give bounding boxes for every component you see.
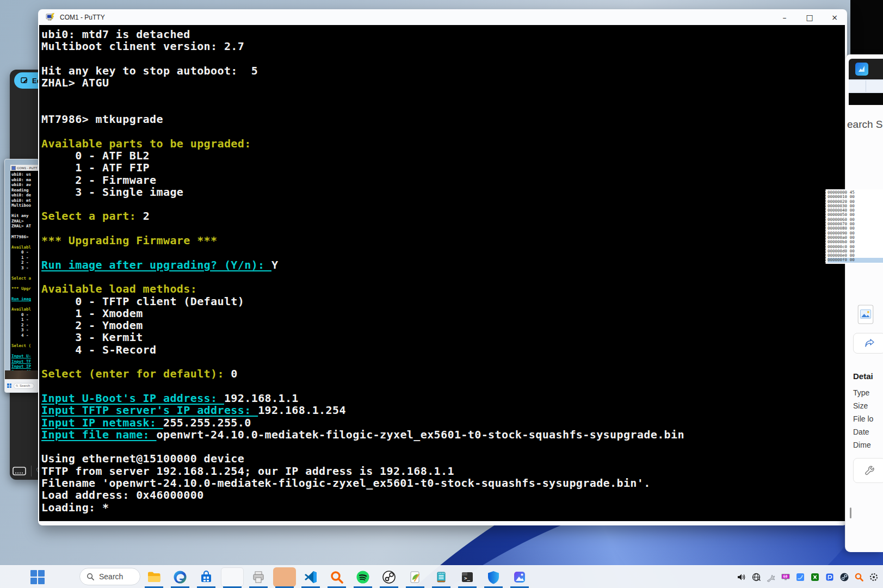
photo-editor-app-icon bbox=[855, 63, 868, 76]
maximize-button[interactable]: □ bbox=[797, 9, 822, 25]
search-placeholder: Search bbox=[99, 572, 123, 581]
jet-cursor-icon[interactable] bbox=[766, 572, 776, 582]
taskbar-file-explorer[interactable] bbox=[146, 567, 162, 587]
minimize-button[interactable]: – bbox=[772, 9, 797, 25]
xbox-icon[interactable] bbox=[810, 572, 820, 582]
photos-details-panel: earch Sc 00000000 4500000010 0000000020 … bbox=[845, 54, 883, 552]
terminal-line: Loading: * bbox=[41, 502, 845, 513]
scrollbar-thumb[interactable] bbox=[850, 507, 851, 518]
system-tray: 60 bbox=[737, 566, 879, 588]
terminal-line bbox=[41, 222, 845, 234]
details-row-date: Date bbox=[853, 428, 869, 436]
terminal-line bbox=[41, 380, 845, 392]
parsec-icon[interactable] bbox=[825, 572, 835, 582]
details-row-dimensions: Dime bbox=[853, 441, 871, 449]
mini-search-icon bbox=[16, 385, 18, 387]
terminal-line bbox=[41, 356, 845, 368]
terminal-line: *** Upgrading Firmware *** bbox=[41, 234, 845, 246]
terminal-line bbox=[41, 271, 845, 283]
terminal-line bbox=[41, 441, 845, 453]
share-icon bbox=[864, 338, 875, 348]
taskbar-notepad-plus-plus[interactable] bbox=[407, 567, 423, 587]
terminal-line: Available load methods: bbox=[41, 283, 845, 295]
terminal-output[interactable]: ubi0: mtd7 is detachedMultiboot clinent … bbox=[39, 25, 845, 521]
desktop: Edit ♡ COM1 - PuTT ubi0: usubi0: maubi0:… bbox=[0, 0, 883, 588]
mini-start-icon bbox=[7, 383, 11, 388]
close-button[interactable]: × bbox=[822, 9, 847, 25]
edit-image-icon bbox=[21, 77, 28, 84]
taskbar-windows-security[interactable] bbox=[485, 567, 502, 587]
terminal-line: Hit any key to stop autoboot: 5 bbox=[41, 65, 845, 77]
terminal-line bbox=[41, 125, 845, 137]
details-row-type: Type bbox=[853, 388, 869, 397]
share-button[interactable] bbox=[853, 333, 883, 354]
terminal-line: 0 - ATF BL2 bbox=[41, 150, 845, 162]
taskbar-photos[interactable] bbox=[511, 567, 528, 587]
taskbar-spotify[interactable] bbox=[355, 567, 371, 587]
toolbar-divider bbox=[31, 466, 32, 476]
taskbar-everything-search[interactable] bbox=[329, 567, 345, 587]
network-globe-icon[interactable] bbox=[751, 572, 761, 582]
background-app-strip bbox=[849, 93, 883, 105]
terminal-line: Multiboot clinent version: 2.7 bbox=[41, 40, 845, 52]
putty-app-icon bbox=[45, 13, 55, 22]
thumbnail-mini-putty-window: COM1 - PuTT ubi0: usubi0: maubi0: avRead… bbox=[10, 165, 39, 370]
monitoring-app-icon[interactable] bbox=[795, 572, 805, 582]
terminal-line: 0 - TFTP client (Default) bbox=[41, 295, 845, 307]
terminal-line: Select (enter for default): 0 bbox=[41, 368, 845, 380]
terminal-line: Input IP netmask: 255.255.255.0 bbox=[41, 417, 845, 429]
terminal-line bbox=[41, 101, 845, 113]
terminal-line: Load address: 0x46000000 bbox=[41, 489, 845, 501]
taskbar-winscp[interactable] bbox=[276, 567, 293, 587]
background-window-fragment bbox=[850, 0, 883, 57]
search-input[interactable]: Search bbox=[79, 568, 140, 585]
taskbar-edge[interactable] bbox=[172, 567, 188, 587]
svg-text:60: 60 bbox=[783, 574, 788, 579]
taskbar-steam[interactable] bbox=[381, 567, 397, 587]
taskbar-putty[interactable] bbox=[224, 567, 240, 587]
terminal-line: TFTP from server 192.168.1.254; our IP a… bbox=[41, 465, 845, 477]
hex-dump-fragment[interactable]: 00000000 4500000010 0000000020 000000003… bbox=[825, 189, 883, 264]
taskbar-vscode[interactable] bbox=[302, 567, 319, 587]
wrench-icon bbox=[864, 465, 875, 476]
toolbar-segment[interactable] bbox=[866, 81, 883, 92]
taskbar-apps: >_ bbox=[146, 566, 528, 588]
terminal-line: Select a part: 2 bbox=[41, 210, 845, 222]
terminal-line: Filename 'openwrt-24.10.0-mediatek-filog… bbox=[41, 477, 845, 489]
terminal-line: 1 - Xmodem bbox=[41, 307, 845, 319]
putty-window: COM1 - PuTTY – □ × ubi0: mtd7 is detache… bbox=[38, 9, 847, 525]
touch-keyboard-icon[interactable] bbox=[13, 467, 27, 476]
background-app-toolbar bbox=[849, 79, 883, 93]
taskbar-notepad[interactable] bbox=[433, 567, 449, 587]
partial-heading-text: earch Sc bbox=[847, 119, 883, 131]
terminal-line: Input TFTP server's IP address: 192.168.… bbox=[41, 404, 845, 416]
image-file-icon bbox=[857, 305, 874, 324]
terminal-line: 2 - Firmware bbox=[41, 174, 845, 186]
edit-tools-button[interactable] bbox=[853, 458, 883, 483]
mini-putty-icon bbox=[11, 166, 16, 170]
screenshot-thumbnail[interactable]: COM1 - PuTT ubi0: usubi0: maubi0: avRead… bbox=[4, 159, 39, 393]
taskbar-print-manager[interactable] bbox=[250, 567, 267, 587]
taskbar: Search bbox=[0, 565, 883, 588]
terminal-line bbox=[41, 198, 845, 210]
thumbnail-mini-taskbar: Search bbox=[5, 379, 39, 392]
taskbar-windows-terminal[interactable]: >_ bbox=[459, 567, 476, 587]
fps-counter-badge[interactable]: 60 bbox=[781, 572, 791, 582]
start-button[interactable] bbox=[30, 570, 45, 585]
volume-icon[interactable] bbox=[737, 572, 746, 582]
details-heading: Detai bbox=[853, 372, 873, 381]
terminal-line: MT7986> mtkupgrade bbox=[41, 113, 845, 125]
settings-gear-icon[interactable] bbox=[869, 572, 879, 582]
taskbar-microsoft-store[interactable] bbox=[198, 567, 214, 587]
terminal-line: 2 - Ymodem bbox=[41, 319, 845, 331]
terminal-line: ubi0: mtd7 is detached bbox=[41, 28, 845, 40]
terminal-line: 3 - Kermit bbox=[41, 331, 845, 343]
details-row-size: Size bbox=[853, 401, 868, 410]
putty-titlebar[interactable]: COM1 - PuTTY – □ × bbox=[38, 9, 847, 25]
toolbar-segment[interactable] bbox=[849, 81, 866, 92]
window-title: COM1 - PuTTY bbox=[60, 14, 105, 21]
mini-search-pill: Search bbox=[14, 383, 34, 389]
thumbnail-terminal-text: ubi0: usubi0: maubi0: avReadingubi0: deu… bbox=[10, 171, 39, 374]
steam-tray-icon[interactable] bbox=[839, 572, 849, 582]
everything-tray-icon[interactable] bbox=[854, 572, 864, 582]
